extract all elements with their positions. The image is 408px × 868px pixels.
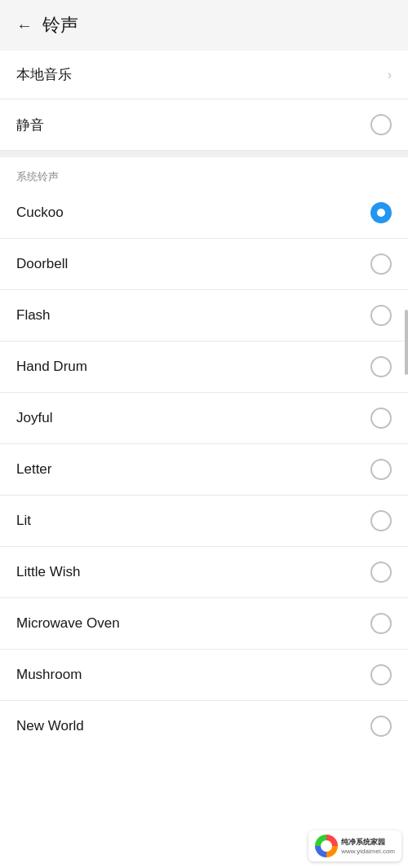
ringtone-radio-new-world[interactable] <box>370 716 392 737</box>
watermark-text-block: 纯净系统家园 www.yidaimei.com <box>341 837 395 855</box>
local-music-label: 本地音乐 <box>16 65 72 84</box>
ringtone-item-mushroom[interactable]: Mushroom <box>0 650 408 701</box>
ringtone-radio-cuckoo[interactable] <box>370 202 392 223</box>
section-divider <box>0 151 408 157</box>
ringtone-item-hand-drum[interactable]: Hand Drum <box>0 341 408 393</box>
ringtone-item-little-wish[interactable]: Little Wish <box>0 547 408 598</box>
page-container: ← 铃声 本地音乐 › 静音 系统铃声 CuckooDoorbellFlashH… <box>0 0 408 751</box>
ringtone-label-letter: Letter <box>16 461 51 478</box>
ringtone-label-joyful: Joyful <box>16 410 52 426</box>
ringtone-label-new-world: New World <box>16 718 84 734</box>
scrollbar[interactable] <box>405 310 408 375</box>
ringtone-label-cuckoo: Cuckoo <box>16 205 64 221</box>
watermark-logo <box>315 835 338 857</box>
ringtone-label-flash: Flash <box>16 307 51 324</box>
silent-item[interactable]: 静音 <box>0 99 408 151</box>
ringtone-radio-microwave-oven[interactable] <box>370 613 392 634</box>
ringtone-radio-doorbell[interactable] <box>370 253 392 275</box>
ringtone-radio-hand-drum[interactable] <box>370 356 392 377</box>
ringtone-label-little-wish: Little Wish <box>16 564 80 580</box>
ringtone-item-lit[interactable]: Lit <box>0 496 408 547</box>
ringtone-item-joyful[interactable]: Joyful <box>0 393 408 444</box>
ringtone-radio-joyful[interactable] <box>370 408 392 429</box>
system-ringtones-label: 系统铃声 <box>16 170 59 183</box>
ringtone-item-new-world[interactable]: New World <box>0 701 408 751</box>
ringtone-item-microwave-oven[interactable]: Microwave Oven <box>0 598 408 650</box>
local-music-item[interactable]: 本地音乐 › <box>0 51 408 99</box>
ringtone-radio-flash[interactable] <box>370 305 392 326</box>
ringtone-radio-letter[interactable] <box>370 459 392 480</box>
chevron-right-icon: › <box>388 68 392 82</box>
page-title: 铃声 <box>42 13 78 37</box>
ringtone-item-flash[interactable]: Flash <box>0 290 408 341</box>
ringtone-item-letter[interactable]: Letter <box>0 444 408 496</box>
ringtone-radio-lit[interactable] <box>370 510 392 531</box>
ringtone-item-cuckoo[interactable]: Cuckoo <box>0 187 408 239</box>
ringtone-list: CuckooDoorbellFlashHand DrumJoyfulLetter… <box>0 187 408 751</box>
ringtone-item-doorbell[interactable]: Doorbell <box>0 239 408 290</box>
watermark-line1: 纯净系统家园 <box>341 837 395 848</box>
header: ← 铃声 <box>0 0 408 51</box>
ringtone-label-hand-drum: Hand Drum <box>16 359 87 375</box>
watermark: 纯净系统家园 www.yidaimei.com <box>308 831 401 861</box>
ringtone-label-mushroom: Mushroom <box>16 667 82 683</box>
ringtone-radio-little-wish[interactable] <box>370 562 392 583</box>
back-button[interactable]: ← <box>16 16 33 35</box>
silent-label: 静音 <box>16 116 44 134</box>
ringtone-radio-mushroom[interactable] <box>370 664 392 685</box>
ringtone-label-microwave-oven: Microwave Oven <box>16 615 120 632</box>
watermark-line2: www.yidaimei.com <box>341 848 395 855</box>
system-ringtones-header: 系统铃声 <box>0 157 408 187</box>
silent-radio[interactable] <box>370 114 392 135</box>
ringtone-label-lit: Lit <box>16 513 31 529</box>
ringtone-label-doorbell: Doorbell <box>16 256 68 272</box>
